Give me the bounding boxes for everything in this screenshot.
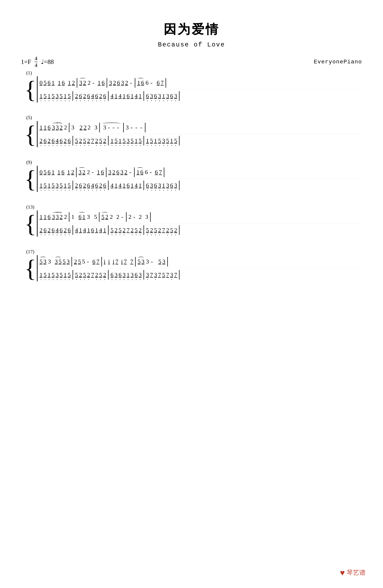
note: 6 xyxy=(103,92,106,100)
note: 1 xyxy=(82,213,85,221)
dash: - xyxy=(140,124,142,131)
note: 2 xyxy=(75,92,78,100)
bar-line xyxy=(76,168,77,177)
note: 2 xyxy=(87,271,90,279)
note: 3 xyxy=(43,258,46,265)
bar-line-end xyxy=(145,123,145,132)
note: 2 xyxy=(103,137,106,145)
note: 6 xyxy=(79,92,82,100)
note: 3 xyxy=(162,258,165,265)
note: 2 xyxy=(99,92,102,100)
note: 2 xyxy=(113,168,115,176)
note: 2 xyxy=(40,226,43,234)
note: 6 xyxy=(95,182,98,189)
section-5: (17) { 5 3 3 3 5 5 3 xyxy=(21,249,362,281)
section-num-4: (13) xyxy=(26,204,362,210)
note: 4 xyxy=(118,92,121,100)
bar-line xyxy=(135,257,136,267)
measure-13-lower: 2 6 2 6 4 6 2 6 xyxy=(39,226,71,234)
note: 7 xyxy=(127,226,130,234)
note: 5 xyxy=(137,258,140,265)
dash: - xyxy=(133,213,135,220)
note: 2 xyxy=(105,213,108,221)
note: 2 xyxy=(131,226,134,234)
note: 4 xyxy=(91,182,94,189)
note: 5 xyxy=(75,137,78,145)
note: 6 xyxy=(146,92,149,100)
note: 1 xyxy=(40,182,43,189)
slur-group: 1 6 xyxy=(137,79,144,87)
note: 3 xyxy=(103,124,106,131)
note: 6 xyxy=(118,271,121,279)
note: 3 xyxy=(126,124,129,131)
measure-2-upper: 3 2 2 - 1 6 xyxy=(79,79,105,87)
note: 5 xyxy=(170,226,173,234)
bar-line xyxy=(69,212,69,222)
note: 5 xyxy=(99,271,102,279)
dash: - xyxy=(151,258,153,265)
system-3: { 0 5 6 1 1 6 1 2 3 xyxy=(21,166,362,192)
bar-line xyxy=(71,257,72,267)
measure-9-lower: 1 5 1 5 3 5 1 5 xyxy=(39,182,71,189)
note: 2 xyxy=(83,182,86,189)
slur-group-inner: 3 2 xyxy=(56,124,63,131)
note: 6 xyxy=(102,79,105,87)
note: 2 xyxy=(64,226,67,234)
note: 6 xyxy=(146,182,149,189)
measure-1-upper: 0 5 6 1 1 6 1 2 xyxy=(39,79,75,87)
note: 6 xyxy=(62,79,65,87)
measure-7-lower: 1 5 1 5 3 5 1 5 xyxy=(110,137,142,145)
note: 5 xyxy=(44,271,46,279)
bar-line xyxy=(123,123,124,132)
note: 5 xyxy=(99,137,102,145)
note: 5 xyxy=(139,137,142,145)
bar-line-end xyxy=(164,168,164,177)
note: 1 xyxy=(64,92,67,100)
note: 6 xyxy=(60,137,63,145)
note: 2 xyxy=(158,226,161,234)
note: 2 xyxy=(95,271,98,279)
system-4: { 1 1 6 3 3 2 2 xyxy=(21,210,362,237)
note: 2 xyxy=(166,226,169,234)
note: 2 xyxy=(88,124,90,131)
title-english: Because of Love xyxy=(21,41,362,48)
note: 6 xyxy=(61,168,64,176)
note: 7 xyxy=(91,137,94,145)
note: 3 xyxy=(79,79,82,87)
note: 3 xyxy=(166,92,169,100)
note: 1 xyxy=(40,271,43,279)
note: 6 xyxy=(140,168,143,176)
bar-line xyxy=(143,225,144,235)
note: 2 xyxy=(114,226,117,234)
note: 6 xyxy=(87,182,90,189)
note: 1 xyxy=(47,182,50,189)
note: 1 xyxy=(123,92,126,100)
note: 2 xyxy=(80,124,83,131)
note: 2 xyxy=(129,213,132,221)
key-time: 1=F 4 4 ♩=88 xyxy=(21,55,54,68)
note: 6 xyxy=(111,271,113,279)
note: 5 xyxy=(131,137,134,145)
measure-20-lower: 3 7 3 7 5 7 3 7 xyxy=(146,271,177,279)
note: 3 xyxy=(146,258,149,265)
system-lines-3: 0 5 6 1 1 6 1 2 3 2 2 xyxy=(37,166,362,192)
measure-20-upper: 5 3 3 - 5 3 xyxy=(137,258,165,265)
note: 2 xyxy=(60,124,63,131)
bar-line-end xyxy=(179,270,180,280)
note: 1 xyxy=(58,79,61,87)
note: 3 xyxy=(56,271,59,279)
note: 7 xyxy=(162,226,165,234)
note: 3 xyxy=(145,213,148,221)
note: 1 xyxy=(40,124,43,131)
section-3: (9) { 0 5 6 1 1 6 1 2 xyxy=(21,159,362,192)
note: 3 xyxy=(87,213,90,221)
note: 6 xyxy=(135,271,137,279)
note: 5 xyxy=(68,92,71,100)
measure-15-lower: 5 2 5 2 7 2 5 2 xyxy=(110,226,142,234)
note: 3 xyxy=(55,258,58,265)
note: 1 xyxy=(135,137,137,145)
measure-5-lower: 2 6 2 6 4 6 2 6 xyxy=(39,137,71,145)
section-4: (13) { 1 1 6 3 3 2 2 xyxy=(21,204,362,237)
note: 1 xyxy=(137,79,140,87)
note: 5 xyxy=(111,226,113,234)
